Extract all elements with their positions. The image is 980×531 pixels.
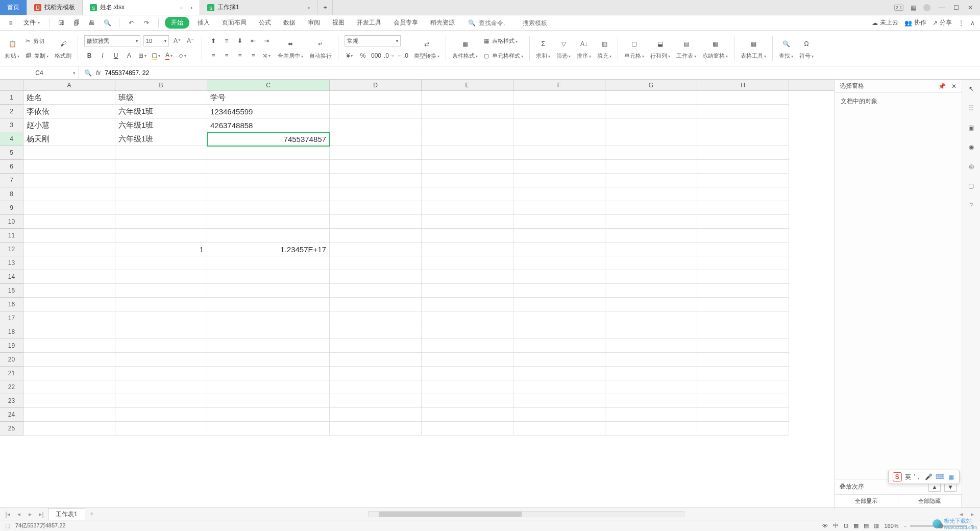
align-left-icon[interactable]: ≡ [208, 51, 218, 61]
cell-E14[interactable] [422, 270, 513, 284]
menu-view[interactable]: 视图 [328, 16, 349, 29]
cell-B24[interactable] [115, 408, 207, 422]
cell-D14[interactable] [330, 270, 422, 284]
cell-H2[interactable] [697, 105, 789, 118]
align-right-icon[interactable]: ≡ [235, 51, 245, 61]
fill-color-button[interactable]: ▢ [151, 51, 161, 61]
cell-C25[interactable] [207, 422, 330, 436]
rs-icon-7[interactable]: ? [966, 200, 976, 210]
cell-A4[interactable]: 杨天刚 [23, 132, 115, 146]
cell-D15[interactable] [330, 284, 422, 298]
cell-H24[interactable] [697, 408, 789, 422]
row-header-3[interactable]: 3 [0, 118, 23, 132]
align-center-icon[interactable]: ≡ [222, 51, 232, 61]
align-justify-icon[interactable]: ≡ [248, 51, 258, 61]
status-mode-icon[interactable]: ⬚ [5, 522, 10, 529]
cell-F17[interactable] [513, 311, 605, 325]
win-grid-icon[interactable]: ▦ [909, 4, 918, 11]
italic-button[interactable]: I [97, 51, 108, 61]
cell-F14[interactable] [513, 270, 605, 284]
status-lang-icon[interactable]: 中 [833, 522, 839, 529]
col-header-E[interactable]: E [422, 80, 513, 90]
cell-H21[interactable] [697, 367, 789, 380]
cell-C19[interactable] [207, 339, 330, 353]
cell-A2[interactable]: 李依依 [23, 105, 115, 118]
cell-A11[interactable] [23, 229, 115, 243]
cell-F8[interactable] [513, 187, 605, 201]
cell-G23[interactable] [605, 394, 697, 408]
col-header-A[interactable]: A [23, 80, 115, 90]
row-header-11[interactable]: 11 [0, 229, 23, 243]
row-header-20[interactable]: 20 [0, 353, 23, 367]
cell-B18[interactable] [115, 325, 207, 339]
cell-H4[interactable] [697, 132, 789, 146]
tab-workbook1[interactable]: S 工作簿1 • [200, 0, 317, 15]
ime-lang[interactable]: 英 [905, 473, 911, 481]
cell-C8[interactable] [207, 187, 330, 201]
row-header-18[interactable]: 18 [0, 325, 23, 339]
cell-E12[interactable] [422, 243, 513, 256]
cell-C5[interactable] [207, 146, 330, 160]
zoom-out-icon[interactable]: − [904, 523, 907, 529]
sheet-prev-icon[interactable]: ◂ [14, 511, 23, 518]
preview-icon[interactable]: 🔍 [102, 17, 113, 29]
cell-H1[interactable] [697, 91, 789, 105]
cell-B12[interactable]: 1 [115, 243, 207, 256]
font-select[interactable]: 微软雅黑▾ [84, 35, 140, 46]
menu-start[interactable]: 开始 [165, 17, 189, 29]
cell-E1[interactable] [422, 91, 513, 105]
cell-A18[interactable] [23, 325, 115, 339]
copy-button[interactable]: 🗐复制 [26, 49, 48, 63]
cell-D16[interactable] [330, 298, 422, 311]
print-icon[interactable]: 🖶 [86, 17, 97, 29]
tab-add[interactable]: ＋ [317, 0, 333, 15]
orientation-icon[interactable]: ⤭ [261, 51, 272, 61]
cell-G2[interactable] [605, 105, 697, 118]
cell-D21[interactable] [330, 367, 422, 380]
cell-C9[interactable] [207, 201, 330, 215]
status-grid-icon[interactable]: ⊡ [844, 522, 848, 529]
hamburger-icon[interactable]: ≡ [5, 17, 16, 29]
cell-B10[interactable] [115, 215, 207, 229]
cell-B1[interactable]: 班级 [115, 91, 207, 105]
cell-B21[interactable] [115, 367, 207, 380]
save-icon[interactable]: 🖫 [56, 17, 67, 29]
sheet-group[interactable]: ▤工作表 [676, 37, 696, 60]
row-header-9[interactable]: 9 [0, 201, 23, 215]
window-close[interactable]: ✕ [966, 4, 975, 11]
cell-D11[interactable] [330, 229, 422, 243]
cell-F11[interactable] [513, 229, 605, 243]
cell-H20[interactable] [697, 353, 789, 367]
cell-F16[interactable] [513, 298, 605, 311]
align-mid-icon[interactable]: ≡ [222, 36, 232, 46]
cell-D25[interactable] [330, 422, 422, 436]
cell-G19[interactable] [605, 339, 697, 353]
tab-close-icon[interactable]: • [308, 5, 310, 11]
cell-E10[interactable] [422, 215, 513, 229]
cell-F24[interactable] [513, 408, 605, 422]
menu-insert[interactable]: 插入 [193, 16, 214, 29]
cell-E19[interactable] [422, 339, 513, 353]
cell-G7[interactable] [605, 174, 697, 187]
cell-G16[interactable] [605, 298, 697, 311]
cursor-icon[interactable]: ↖ [966, 84, 976, 94]
cellstyle-button[interactable]: ▢单元格样式 [484, 49, 523, 63]
cell-C20[interactable] [207, 353, 330, 367]
cell-F6[interactable] [513, 160, 605, 174]
cell-F3[interactable] [513, 118, 605, 132]
cell-D19[interactable] [330, 339, 422, 353]
cell-G15[interactable] [605, 284, 697, 298]
view-normal-icon[interactable]: ▦ [853, 522, 859, 529]
redo-icon[interactable]: ↷ [141, 17, 152, 29]
cell-E21[interactable] [422, 367, 513, 380]
cell-E9[interactable] [422, 201, 513, 215]
cell-H11[interactable] [697, 229, 789, 243]
rs-icon-4[interactable]: ◉ [966, 142, 976, 152]
status-eye-icon[interactable]: 👁 [822, 523, 828, 529]
cell-G9[interactable] [605, 201, 697, 215]
cell-D20[interactable] [330, 353, 422, 367]
cell-E4[interactable] [422, 132, 513, 146]
cell-D23[interactable] [330, 394, 422, 408]
cell-E23[interactable] [422, 394, 513, 408]
ime-grid-icon[interactable]: ▦ [947, 473, 955, 481]
